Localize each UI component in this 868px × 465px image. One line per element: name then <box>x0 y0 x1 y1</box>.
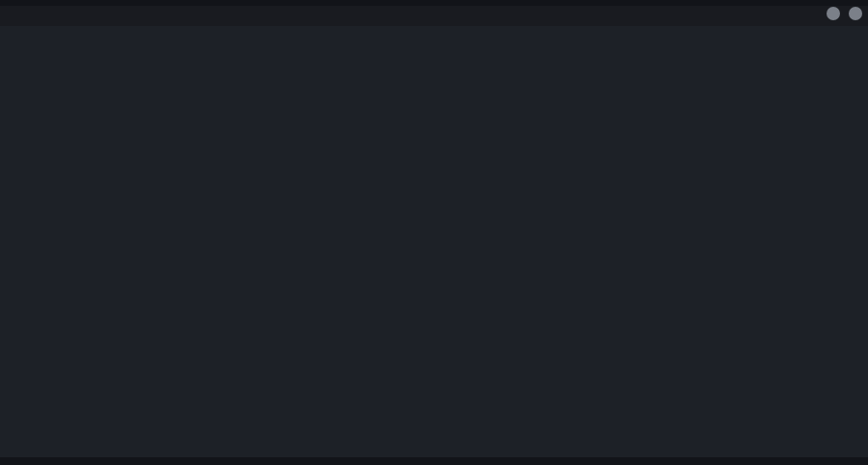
top-tab-strip[interactable] <box>0 0 868 6</box>
header-toolbar <box>818 7 862 20</box>
zoom-in-icon[interactable] <box>827 7 840 20</box>
stock-app-window <box>0 0 868 465</box>
quote-header <box>0 6 868 26</box>
bottom-tab-strip[interactable] <box>0 457 868 465</box>
zoom-out-icon[interactable] <box>849 7 862 20</box>
intraday-chart-canvas[interactable] <box>0 0 868 465</box>
